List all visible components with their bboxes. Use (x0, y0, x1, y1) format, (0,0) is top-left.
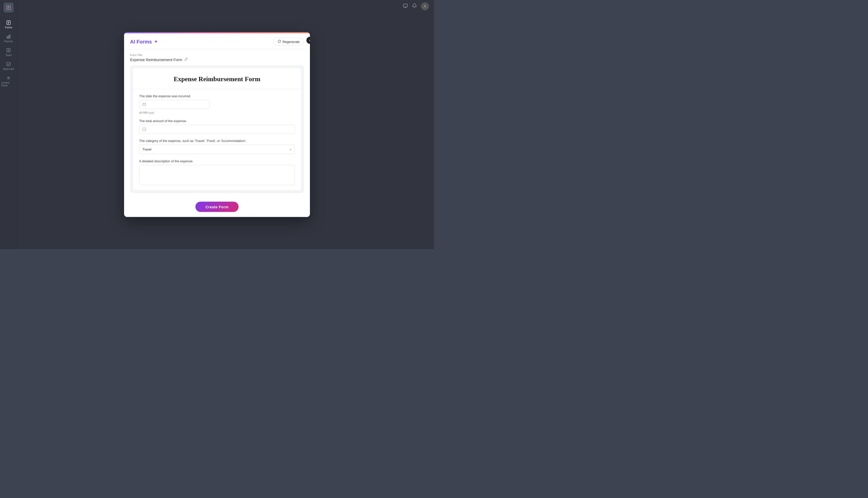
sidebar-item-control-panel-label: Control Panel (1, 81, 16, 87)
modal-header: AI Forms ✦ Regenerate (124, 33, 310, 49)
amount-field-label: The total amount of the expense. (139, 119, 295, 122)
svg-rect-8 (7, 37, 8, 38)
ai-forms-modal: AI Forms ✦ Regenerate × Form Title (124, 32, 310, 217)
modal-footer: Create Form (124, 198, 310, 217)
form-fields: The date the expense was incurred. dd-MM… (133, 89, 301, 190)
sidebar-item-approvals[interactable]: Approvals (0, 59, 17, 73)
category-input[interactable]: Travel × (139, 144, 295, 154)
regenerate-label: Regenerate (282, 40, 299, 43)
screen-icon[interactable] (403, 3, 408, 10)
svg-rect-15 (7, 62, 10, 66)
sidebar-item-tasks-label: Tasks (5, 54, 12, 56)
edit-icon[interactable] (184, 57, 188, 62)
form-card: Expense Reimbursement Form The date the … (133, 68, 301, 190)
category-field-label: The category of the expense, such as 'Tr… (139, 139, 295, 143)
modal-body: Form Title Expense Reimbursement Form Ex… (124, 49, 310, 198)
sidebar-item-approvals-label: Approvals (3, 68, 14, 70)
category-clear-icon[interactable]: × (290, 147, 292, 151)
svg-text:12: 12 (143, 128, 145, 130)
date-field-label: The date the expense was incurred. (139, 94, 295, 98)
svg-point-16 (8, 77, 9, 79)
regenerate-icon (278, 40, 281, 43)
svg-rect-21 (143, 103, 146, 106)
app-logo[interactable] (3, 2, 14, 13)
date-hint: dd-MM-yyyy (139, 111, 295, 114)
sidebar-item-reports[interactable]: Reports (0, 31, 17, 45)
category-field-group: The category of the expense, such as 'Tr… (139, 139, 295, 154)
form-preview: Expense Reimbursement Form The date the … (130, 65, 304, 193)
form-title-row: Expense Reimbursement Form (130, 57, 304, 62)
date-input[interactable] (139, 100, 210, 109)
amount-field-group: The total amount of the expense. 12 (139, 119, 295, 134)
form-title-value: Expense Reimbursement Form (130, 57, 182, 62)
form-title-section: Form Title Expense Reimbursement Form (130, 53, 304, 62)
topbar (403, 0, 434, 13)
sidebar-item-forms[interactable]: Forms (0, 17, 17, 31)
category-value: Travel (143, 147, 151, 151)
calendar-icon (143, 103, 146, 106)
description-input[interactable] (139, 165, 295, 185)
svg-rect-9 (8, 36, 9, 38)
modal-header-container: AI Forms ✦ Regenerate × (124, 33, 310, 49)
modal-title-text: AI Forms (130, 39, 152, 44)
svg-rect-17 (403, 4, 408, 7)
svg-rect-11 (7, 49, 10, 52)
sidebar-item-control-panel[interactable]: Control Panel (0, 73, 17, 90)
svg-rect-10 (10, 35, 10, 38)
sidebar-item-reports-label: Reports (4, 40, 13, 43)
create-form-button[interactable]: Create Form (196, 201, 239, 212)
bell-icon[interactable] (412, 3, 417, 10)
date-field-group: The date the expense was incurred. dd-MM… (139, 94, 295, 114)
amount-input[interactable]: 12 (139, 124, 295, 134)
close-icon: × (309, 38, 310, 42)
description-field-group: A detailed description of the expense. (139, 159, 295, 185)
create-form-label: Create Form (205, 205, 229, 209)
form-card-header: Expense Reimbursement Form (133, 68, 301, 89)
form-card-title: Expense Reimbursement Form (139, 75, 295, 83)
sidebar: Forms Reports Tasks Approvals Control P (0, 0, 17, 249)
form-title-label: Form Title (130, 53, 304, 56)
regenerate-button[interactable]: Regenerate (273, 38, 304, 45)
sidebar-item-forms-label: Forms (5, 26, 12, 29)
svg-point-20 (425, 5, 426, 6)
description-field-label: A detailed description of the expense. (139, 159, 295, 163)
modal-title: AI Forms ✦ (130, 39, 158, 44)
number-icon: 12 (143, 127, 146, 131)
avatar[interactable] (421, 2, 429, 10)
sidebar-item-tasks[interactable]: Tasks (0, 45, 17, 59)
sparkle-icon: ✦ (154, 39, 158, 44)
